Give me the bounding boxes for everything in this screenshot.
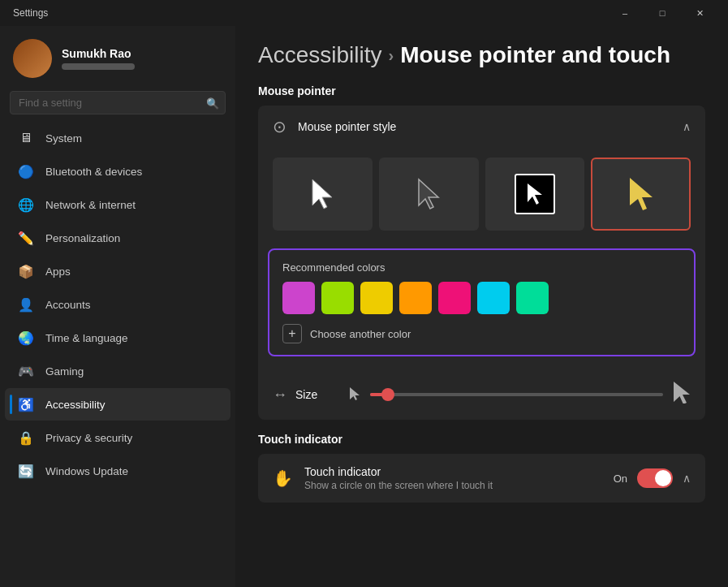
custom-cursor-svg (627, 176, 656, 212)
size-row: ↔ Size (258, 369, 705, 420)
choose-color-label: Choose another color (310, 328, 411, 340)
sidebar-item-label-accounts: Accounts (45, 299, 91, 311)
bw-cursor-wrap (515, 174, 555, 214)
update-icon: 🔄 (18, 463, 34, 479)
color-section: Recommended colors + Choose another colo… (268, 248, 696, 356)
maximize-button[interactable]: □ (644, 0, 681, 26)
pointer-option-white[interactable] (273, 158, 373, 231)
search-icon: 🔍 (206, 97, 219, 109)
app-body: Sumukh Rao 🔍 🖥 System 🔵 Bluetooth & devi… (0, 26, 728, 587)
breadcrumb-current: Mouse pointer and touch (400, 42, 670, 68)
size-icon: ↔ (273, 386, 287, 404)
choose-another-color-button[interactable]: + Choose another color (282, 324, 681, 343)
touch-indicator-section-label: Touch indicator (258, 433, 705, 446)
color-swatch-cyan[interactable] (477, 282, 510, 314)
sidebar-item-label-time: Time & language (45, 332, 128, 344)
sidebar-item-privacy[interactable]: 🔒 Privacy & security (5, 421, 230, 454)
title-bar: Settings – □ ✕ (0, 0, 728, 26)
white-cursor-svg (309, 178, 335, 210)
gaming-icon: 🎮 (18, 363, 34, 379)
accessibility-icon: ♿ (18, 396, 34, 412)
apps-icon: 📦 (18, 263, 34, 279)
color-swatch-pink[interactable] (438, 282, 471, 314)
sidebar-item-bluetooth[interactable]: 🔵 Bluetooth & devices (5, 155, 230, 188)
personalization-icon: ✏️ (18, 230, 34, 246)
username-sub (62, 63, 135, 70)
sidebar-item-label-network: Network & internet (45, 199, 136, 211)
sidebar-nav: 🖥 System 🔵 Bluetooth & devices 🌐 Network… (0, 121, 235, 488)
pointer-option-outline[interactable] (379, 158, 479, 231)
touch-indicator-text-group: Touch indicator Show a circle on the scr… (304, 465, 493, 491)
touch-on-label: On (614, 473, 627, 485)
bluetooth-icon: 🔵 (18, 163, 34, 179)
sidebar-item-label-windows-update: Windows Update (45, 465, 128, 477)
pointer-option-custom[interactable] (591, 158, 691, 231)
minimize-button[interactable]: – (606, 0, 644, 26)
color-swatch-purple[interactable] (282, 282, 315, 314)
pointer-option-blackwhite[interactable] (485, 158, 585, 231)
privacy-icon: 🔒 (18, 429, 34, 446)
breadcrumb: Accessibility › Mouse pointer and touch (258, 42, 705, 68)
pointer-style-card-header[interactable]: ⊙ Mouse pointer style ∧ (258, 106, 705, 148)
sidebar-item-gaming[interactable]: 🎮 Gaming (5, 355, 230, 387)
sidebar-item-windows-update[interactable]: 🔄 Windows Update (5, 455, 230, 487)
slider-small-cursor-icon (349, 386, 360, 404)
color-swatch-lime[interactable] (321, 282, 354, 314)
touch-indicator-icon: ✋ (273, 468, 293, 488)
settings-title: Settings (13, 7, 48, 19)
avatar (13, 39, 52, 78)
svg-marker-0 (312, 179, 332, 209)
sidebar-item-apps[interactable]: 📦 Apps (5, 255, 230, 287)
sidebar-item-label-system: System (45, 132, 82, 145)
slider-thumb[interactable] (381, 388, 394, 401)
size-slider-track[interactable] (370, 393, 663, 396)
system-icon: 🖥 (18, 130, 34, 146)
bw-cursor-svg (526, 183, 544, 205)
touch-indicator-title: Touch indicator (304, 465, 493, 478)
touch-toggle[interactable] (637, 468, 673, 488)
sidebar-item-label-personalization: Personalization (45, 232, 120, 244)
title-bar-controls: – □ ✕ (606, 0, 718, 26)
pointer-style-icon: ⊙ (273, 117, 286, 136)
touch-chevron-icon: ∧ (683, 472, 691, 485)
breadcrumb-parent[interactable]: Accessibility (258, 42, 381, 68)
slider-large-cursor-icon (673, 381, 691, 408)
sidebar: Sumukh Rao 🔍 🖥 System 🔵 Bluetooth & devi… (0, 26, 235, 587)
content-area: Accessibility › Mouse pointer and touch … (235, 26, 728, 587)
touch-indicator-header: ✋ Touch indicator Show a circle on the s… (258, 454, 705, 503)
sidebar-item-system[interactable]: 🖥 System (5, 122, 230, 154)
sidebar-item-label-gaming: Gaming (45, 365, 84, 378)
size-label: Size (295, 388, 317, 401)
username: Sumukh Rao (62, 47, 135, 60)
plus-icon: + (282, 324, 302, 343)
title-bar-left: Settings (13, 7, 48, 19)
user-info: Sumukh Rao (62, 47, 135, 70)
size-label-wrap: ↔ Size (273, 386, 338, 404)
mouse-pointer-section-label: Mouse pointer (258, 84, 705, 97)
svg-marker-2 (528, 183, 542, 205)
color-swatch-orange[interactable] (399, 282, 432, 314)
recommended-colors-label: Recommended colors (282, 261, 681, 274)
touch-indicator-card: ✋ Touch indicator Show a circle on the s… (258, 454, 705, 503)
color-swatch-yellow[interactable] (360, 282, 393, 314)
sidebar-item-network[interactable]: 🌐 Network & internet (5, 188, 230, 221)
user-section[interactable]: Sumukh Rao (0, 26, 235, 88)
sidebar-item-time[interactable]: 🌏 Time & language (5, 322, 230, 354)
search-input[interactable] (10, 91, 226, 114)
outline-cursor-svg (416, 178, 442, 210)
svg-marker-4 (350, 387, 360, 400)
sidebar-item-personalization[interactable]: ✏️ Personalization (5, 222, 230, 254)
time-icon: 🌏 (18, 330, 34, 346)
sidebar-item-label-accessibility: Accessibility (45, 399, 106, 411)
color-swatch-teal[interactable] (516, 282, 549, 314)
breadcrumb-separator: › (388, 46, 394, 65)
avatar-image (13, 39, 52, 78)
slider-wrap (349, 381, 691, 408)
pointer-style-card: ⊙ Mouse pointer style ∧ (258, 106, 705, 420)
sidebar-item-accounts[interactable]: 👤 Accounts (5, 288, 230, 321)
svg-marker-3 (630, 178, 653, 210)
chevron-up-icon: ∧ (683, 120, 691, 133)
close-button[interactable]: ✕ (681, 0, 718, 26)
toggle-knob (655, 470, 671, 486)
sidebar-item-accessibility[interactable]: ♿ Accessibility (5, 388, 230, 421)
